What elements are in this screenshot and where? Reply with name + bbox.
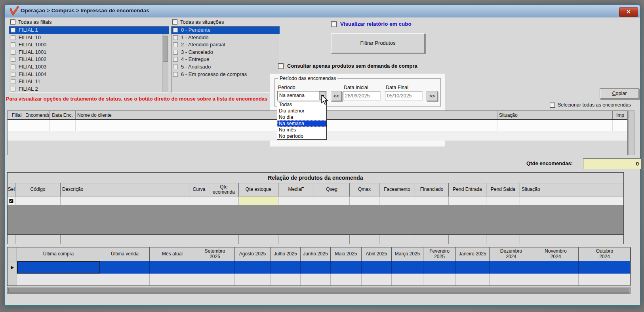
months-column-header[interactable]: Março 2025	[392, 247, 423, 261]
item-checkbox[interactable]	[11, 57, 15, 62]
months-grid-selected-row[interactable]	[8, 261, 630, 274]
months-column-header[interactable]: Dezembro 2024	[490, 247, 533, 261]
item-checkbox[interactable]	[11, 28, 15, 32]
copy-button[interactable]: Copiar	[600, 88, 639, 99]
products-cell[interactable]	[15, 196, 61, 205]
list-item[interactable]: 6 - Em processo de compras	[171, 71, 280, 78]
next-period-button[interactable]: >>	[427, 91, 438, 101]
products-column-header[interactable]: Pend Saida	[486, 183, 520, 196]
products-cell[interactable]	[189, 196, 209, 205]
products-cell[interactable]	[449, 196, 486, 205]
dropdown-option[interactable]: No dia	[277, 114, 326, 120]
item-checkbox[interactable]	[11, 87, 15, 91]
months-cell[interactable]	[8, 261, 17, 274]
horizontal-scrollbar-thumb[interactable]	[8, 288, 629, 293]
list-item[interactable]: FILIAL 1003	[9, 63, 169, 71]
months-column-header[interactable]: Fevereiro 2025	[423, 247, 456, 261]
months-cell[interactable]	[301, 261, 331, 274]
months-column-header[interactable]: Última compra	[17, 247, 100, 261]
months-cell[interactable]	[331, 274, 362, 285]
products-column-header[interactable]: Qte estoque	[239, 183, 278, 196]
products-grid[interactable]: Relação de produtos da encomenda SelCódi…	[7, 172, 624, 244]
window-titlebar[interactable]: Operação > Compras > Impressão de encome…	[5, 5, 640, 17]
orders-cell[interactable]	[50, 120, 76, 131]
products-column-header[interactable]: Descrição	[61, 183, 189, 196]
products-column-header[interactable]: Situação	[520, 183, 624, 196]
item-checkbox[interactable]	[11, 50, 15, 55]
products-column-header[interactable]: Qseg	[314, 183, 350, 196]
products-cell[interactable]	[486, 196, 520, 205]
list-item[interactable]: 0 - Pendente	[171, 27, 280, 34]
dropdown-option[interactable]: No período	[277, 133, 326, 139]
products-column-header[interactable]: Código	[15, 183, 61, 196]
end-date-field[interactable]: 05/10/2025	[385, 91, 423, 101]
months-cell[interactable]	[8, 274, 17, 285]
item-checkbox[interactable]	[11, 79, 15, 84]
orders-column-header[interactable]: Filial	[8, 111, 26, 119]
months-cell[interactable]	[533, 274, 579, 285]
months-cell[interactable]	[392, 261, 423, 274]
list-item[interactable]: 2 - Atendido parcial	[171, 41, 280, 49]
months-cell[interactable]	[362, 261, 392, 274]
previous-period-button[interactable]: <<	[331, 91, 342, 101]
months-grid-row[interactable]	[8, 274, 630, 285]
list-item[interactable]: 3 - Cancelado	[171, 49, 280, 56]
orders-scrollbar[interactable]	[628, 110, 634, 155]
branches-listbox[interactable]: FILIAL 1FILIAL 10FILIAL 1000FILIAL 1001F…	[9, 26, 169, 93]
item-checkbox[interactable]	[173, 28, 178, 32]
item-checkbox[interactable]	[173, 65, 178, 69]
months-column-header[interactable]	[8, 247, 17, 261]
months-column-header[interactable]: Setembro 2025	[195, 247, 235, 261]
months-column-header[interactable]: Julho 2025	[271, 247, 301, 261]
orders-cell[interactable]	[613, 120, 628, 131]
months-cell[interactable]	[271, 261, 301, 274]
select-all-orders-checkbox[interactable]	[550, 103, 555, 108]
products-column-header[interactable]: Sel	[8, 183, 15, 196]
months-cell[interactable]	[533, 261, 579, 274]
products-column-header[interactable]: Pend Entrada	[449, 183, 486, 196]
months-cell[interactable]	[150, 274, 195, 285]
months-cell[interactable]	[456, 261, 490, 274]
item-checkbox[interactable]	[173, 57, 178, 62]
months-cell[interactable]	[331, 261, 362, 274]
months-column-header[interactable]: Junho 2025	[301, 247, 331, 261]
filter-products-button[interactable]: Filtrar Produtos	[331, 33, 425, 53]
list-item[interactable]: FILIAL 10	[9, 34, 169, 42]
products-column-header[interactable]: Faceamento	[379, 183, 415, 196]
orders-column-header[interactable]: Nome do cliente	[76, 111, 278, 119]
products-cell[interactable]	[278, 196, 314, 205]
orders-cell[interactable]	[26, 120, 50, 131]
products-cell[interactable]	[415, 196, 449, 205]
months-column-header[interactable]: Abril 2025	[362, 247, 392, 261]
no-demand-checkbox[interactable]	[278, 63, 284, 69]
item-checkbox[interactable]	[173, 42, 178, 47]
products-column-header[interactable]: Qte ecomenda	[209, 183, 239, 196]
months-cell[interactable]	[17, 261, 100, 274]
months-column-header[interactable]: Agosto 2025	[235, 247, 271, 261]
list-item[interactable]: FILIAL 1000	[9, 41, 169, 49]
products-grid-row[interactable]: ✓	[8, 196, 623, 205]
months-column-header[interactable]: Outubro 2024	[579, 247, 631, 261]
list-item[interactable]: 1 - Atendido	[171, 34, 280, 42]
item-checkbox[interactable]	[11, 42, 15, 47]
months-cell[interactable]	[423, 274, 456, 285]
period-select[interactable]: Na semana	[277, 91, 327, 101]
start-date-field[interactable]: 28/09/2025	[343, 91, 381, 101]
list-item[interactable]: FILIAL 1	[9, 27, 169, 34]
products-column-header[interactable]: Qmax	[350, 183, 379, 196]
products-cell[interactable]: ✓	[8, 196, 15, 205]
list-item[interactable]: FILIAL 1002	[9, 56, 169, 63]
orders-column-header[interactable]: Data Enc.	[50, 111, 76, 119]
products-cell[interactable]	[379, 196, 415, 205]
orders-cell[interactable]	[76, 120, 278, 131]
months-cell[interactable]	[271, 274, 301, 285]
months-column-header[interactable]: Mês atual	[150, 247, 195, 261]
orders-cell[interactable]	[497, 120, 613, 131]
orders-column-header[interactable]: Encomenda	[26, 111, 50, 119]
list-item[interactable]: 4 - Entregue	[171, 56, 280, 63]
months-cell[interactable]	[100, 274, 150, 285]
products-cell[interactable]	[239, 196, 278, 205]
list-item[interactable]: FILIAL 1001	[9, 49, 169, 56]
months-column-header[interactable]: Última venda	[100, 247, 150, 261]
months-cell[interactable]	[362, 274, 392, 285]
